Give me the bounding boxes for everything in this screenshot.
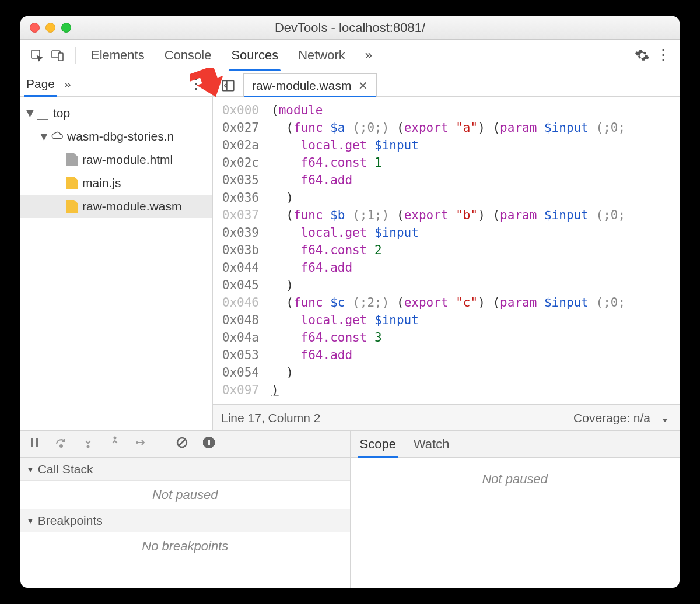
debugger-toolbar [20,431,350,458]
svg-rect-4 [222,80,234,90]
svg-rect-6 [31,438,33,447]
pause-on-exceptions-icon[interactable] [202,436,216,452]
navigator-overflow[interactable]: » [64,77,71,91]
disclosure-triangle-icon: ▼ [26,516,34,525]
step-into-icon[interactable] [81,436,95,452]
step-icon[interactable] [135,436,149,452]
source-text: (module (func $a (;0;) (export "a") (par… [265,97,680,404]
editor-tab-label: raw-module.wasm [252,79,351,93]
titlebar: DevTools - localhost:8081/ [20,16,680,40]
main-toolbar: Elements Console Sources Network » ⋮ [20,40,680,71]
navigator-pane: Page » ⋮ ▼ top ▼ wasm-dbg-stories.n [20,71,213,430]
tab-elements[interactable]: Elements [91,40,145,71]
debugger-right: Scope Watch Not paused [351,431,680,588]
scope-tabs: Scope Watch [351,431,680,458]
address-gutter: 0x0000x0270x02a0x02c0x0350x0360x0370x039… [213,97,265,404]
editor-statusbar: Line 17, Column 2 Coverage: n/a [213,405,680,430]
separator [162,436,162,452]
separator [75,47,76,64]
navigator-tab-page[interactable]: Page [26,71,55,96]
tab-watch[interactable]: Watch [414,431,450,457]
svg-rect-14 [208,440,210,445]
tabs-overflow[interactable]: » [365,40,372,71]
svg-line-13 [178,439,186,446]
settings-gear-icon[interactable] [634,47,650,64]
scope-body: Not paused [351,458,680,588]
step-out-icon[interactable] [108,436,122,452]
svg-rect-2 [58,53,63,61]
tab-sources[interactable]: Sources [231,40,278,71]
tab-console[interactable]: Console [164,40,212,71]
callstack-title: Call Stack [38,462,93,476]
sources-middle: Page » ⋮ ▼ top ▼ wasm-dbg-stories.n [20,71,680,430]
tree-file-label: raw-module.wasm [82,199,181,213]
tree-file-html[interactable]: raw-module.html [20,148,212,171]
svg-point-8 [60,445,62,447]
tab-network[interactable]: Network [298,40,345,71]
svg-point-9 [87,445,90,448]
close-tab-icon[interactable]: ✕ [358,79,368,93]
window-title: DevTools - localhost:8081/ [20,20,680,36]
callstack-body: Not paused [20,481,350,509]
js-file-icon [66,200,78,213]
step-over-icon[interactable] [54,436,68,452]
editor-tabstrip: raw-module.wasm ✕ [213,71,680,97]
breakpoints-title: Breakpoints [38,514,103,528]
code-editor[interactable]: 0x0000x0270x02a0x02c0x0350x0360x0370x039… [213,97,680,405]
file-icon [66,153,78,166]
deactivate-breakpoints-icon[interactable] [175,436,189,452]
breakpoints-body: No breakpoints [20,532,350,560]
file-tree: ▼ top ▼ wasm-dbg-stories.n raw-module.ht… [20,97,212,223]
more-menu-icon[interactable]: ⋮ [655,47,671,64]
tree-top-label: top [53,106,70,120]
pause-icon[interactable] [27,436,41,452]
tree-domain[interactable]: ▼ wasm-dbg-stories.n [20,125,212,148]
tree-file-mainjs[interactable]: main.js [20,171,212,195]
debugger-left: ▼ Call Stack Not paused ▼ Breakpoints No… [20,431,351,588]
coverage-label: Coverage: n/a [573,411,650,425]
device-toggle-icon[interactable] [50,47,66,64]
toggle-navigator-icon[interactable] [218,75,239,96]
expand-down-icon[interactable] [659,412,671,424]
tree-domain-label: wasm-dbg-stories.n [67,129,174,143]
svg-point-11 [136,441,138,444]
breakpoints-header[interactable]: ▼ Breakpoints [20,509,350,532]
tree-file-label: raw-module.html [82,153,173,167]
tree-top-frame[interactable]: ▼ top [20,101,212,125]
tree-file-wasm[interactable]: raw-module.wasm [20,195,212,218]
js-file-icon [66,177,78,189]
svg-point-10 [114,437,117,440]
frame-icon [37,107,48,120]
tree-file-label: main.js [82,176,121,190]
navigator-tabs: Page » ⋮ [20,71,212,97]
editor-pane: raw-module.wasm ✕ 0x0000x0270x02a0x02c0x… [213,71,680,430]
svg-rect-7 [36,438,38,447]
inspect-element-icon[interactable] [29,47,45,64]
devtools-window: DevTools - localhost:8081/ Elements Cons… [20,16,680,588]
panel-tabs: Elements Console Sources Network » [91,40,372,71]
cloud-icon [51,130,62,143]
debugger-pane: ▼ Call Stack Not paused ▼ Breakpoints No… [20,430,680,588]
tab-scope[interactable]: Scope [360,431,396,457]
editor-tab-rawmodule[interactable]: raw-module.wasm ✕ [243,73,377,97]
cursor-position: Line 17, Column 2 [221,411,320,425]
navigator-more-icon[interactable]: ⋮ [186,76,206,92]
callstack-header[interactable]: ▼ Call Stack [20,458,350,481]
disclosure-triangle-icon: ▼ [26,465,34,474]
